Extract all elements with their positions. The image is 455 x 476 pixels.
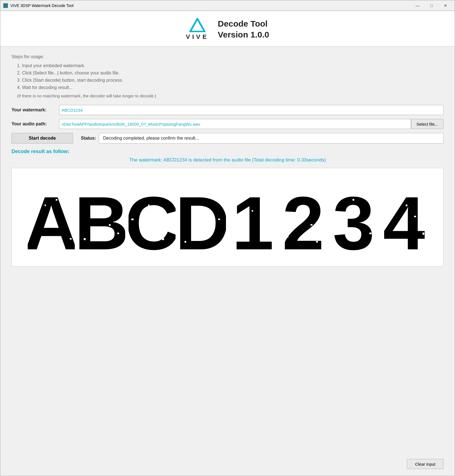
action-row: Start decode Status: Decoding completed,… bbox=[11, 133, 444, 144]
watermark-display: A B C bbox=[11, 168, 444, 266]
svg-rect-10 bbox=[82, 191, 84, 192]
app-title-line1: Decode Tool bbox=[218, 18, 269, 29]
svg-rect-16 bbox=[117, 233, 119, 234]
svg-rect-60 bbox=[383, 221, 385, 223]
minimize-button[interactable]: — bbox=[411, 2, 424, 9]
steps-section: Steps for usage: 1. Input your embeded w… bbox=[11, 54, 444, 98]
audio-path-input[interactable] bbox=[59, 119, 411, 129]
svg-rect-20 bbox=[131, 219, 134, 220]
titlebar-controls: — □ ✕ bbox=[411, 2, 452, 9]
svg-rect-30 bbox=[185, 241, 186, 243]
titlebar-title: VIVE 3DSP Watermark Decode Tool bbox=[10, 3, 411, 8]
svg-rect-50 bbox=[334, 191, 336, 193]
svg-rect-65 bbox=[424, 185, 425, 187]
svg-rect-21 bbox=[148, 205, 150, 206]
svg-rect-64 bbox=[406, 205, 407, 206]
svg-rect-5 bbox=[45, 205, 46, 206]
svg-rect-46 bbox=[287, 235, 288, 238]
svg-rect-61 bbox=[414, 216, 416, 217]
svg-rect-37 bbox=[246, 227, 248, 229]
vive-triangle-icon bbox=[189, 18, 206, 32]
close-button[interactable]: ✕ bbox=[439, 2, 452, 9]
svg-rect-42 bbox=[283, 193, 284, 195]
app-icon bbox=[3, 3, 8, 8]
vive-wordmark: VIVE bbox=[186, 33, 209, 41]
svg-rect-2 bbox=[31, 182, 33, 184]
svg-rect-59 bbox=[420, 193, 421, 195]
svg-rect-58 bbox=[386, 188, 388, 190]
svg-rect-32 bbox=[207, 233, 209, 234]
svg-rect-24 bbox=[157, 227, 158, 228]
svg-rect-35 bbox=[257, 185, 259, 187]
svg-rect-7 bbox=[29, 233, 31, 235]
svg-rect-26 bbox=[183, 188, 185, 189]
start-decode-button[interactable]: Start decode bbox=[11, 133, 73, 144]
svg-rect-39 bbox=[235, 244, 236, 245]
step-1: 1. Input your embeded watermark. bbox=[11, 62, 444, 69]
watermark-label: Your watermark: bbox=[11, 107, 59, 112]
char-B: B bbox=[78, 177, 125, 258]
titlebar: VIVE 3DSP Watermark Decode Tool — □ ✕ bbox=[0, 0, 455, 11]
svg-text:2: 2 bbox=[282, 181, 324, 258]
clear-input-button[interactable]: Clear input bbox=[407, 459, 444, 469]
step-2: 2. Click |Select file...| button, choose… bbox=[11, 69, 444, 77]
svg-rect-22 bbox=[162, 238, 164, 240]
svg-marker-0 bbox=[190, 19, 205, 32]
char-3: 3 bbox=[330, 177, 377, 258]
char-D: D bbox=[179, 177, 226, 258]
svg-rect-6 bbox=[56, 199, 57, 201]
svg-text:C: C bbox=[129, 181, 176, 258]
svg-rect-29 bbox=[201, 213, 203, 214]
app-title-line2: Version 1.0.0 bbox=[218, 29, 269, 40]
svg-rect-23 bbox=[140, 249, 141, 251]
svg-rect-18 bbox=[134, 185, 136, 187]
char-A: A bbox=[28, 177, 75, 258]
watermark-row: Your watermark: bbox=[11, 105, 444, 115]
svg-text:B: B bbox=[78, 181, 125, 258]
watermark-input[interactable] bbox=[59, 105, 444, 115]
app-title: Decode Tool Version 1.0.0 bbox=[218, 18, 269, 40]
svg-rect-4 bbox=[67, 185, 69, 187]
vive-logo: VIVE bbox=[186, 18, 209, 41]
char-C: C bbox=[129, 177, 176, 258]
svg-rect-31 bbox=[196, 182, 197, 184]
svg-rect-15 bbox=[92, 179, 94, 181]
status-label: Status: bbox=[81, 136, 96, 141]
svg-text:3: 3 bbox=[332, 181, 374, 258]
svg-rect-54 bbox=[369, 233, 372, 234]
svg-rect-44 bbox=[299, 207, 301, 209]
step-3: 3. Click |Start decode| button, start de… bbox=[11, 77, 444, 84]
svg-rect-47 bbox=[294, 252, 295, 254]
svg-rect-55 bbox=[339, 247, 340, 248]
svg-rect-48 bbox=[316, 241, 318, 243]
svg-rect-40 bbox=[266, 221, 267, 223]
status-value: Decoding completed, please confirm the r… bbox=[99, 133, 444, 144]
svg-rect-28 bbox=[218, 219, 220, 220]
svg-rect-13 bbox=[109, 224, 111, 226]
svg-rect-14 bbox=[84, 238, 86, 240]
audio-label: Your audio path: bbox=[11, 121, 59, 126]
steps-heading: Steps for usage: bbox=[11, 54, 444, 59]
step-4: 4. Wait for decoding result... bbox=[11, 84, 444, 91]
select-file-button[interactable]: Select file... bbox=[411, 119, 444, 129]
svg-rect-34 bbox=[238, 191, 239, 192]
svg-rect-12 bbox=[101, 216, 102, 217]
svg-text:4: 4 bbox=[383, 181, 425, 258]
svg-rect-36 bbox=[252, 210, 253, 212]
svg-rect-45 bbox=[311, 224, 312, 226]
svg-rect-53 bbox=[358, 210, 360, 212]
char-2: 2 bbox=[280, 177, 327, 258]
maximize-button[interactable]: □ bbox=[425, 2, 438, 9]
char-1: 1 bbox=[229, 177, 276, 258]
svg-rect-43 bbox=[319, 188, 321, 189]
content-area: Steps for usage: 1. Input your embeded w… bbox=[0, 46, 455, 454]
svg-rect-51 bbox=[367, 185, 368, 187]
bottom-bar: Clear input bbox=[0, 454, 455, 476]
svg-rect-62 bbox=[423, 233, 424, 235]
svg-rect-38 bbox=[260, 233, 262, 235]
audio-path-row: Your audio path: Select file... bbox=[11, 119, 444, 129]
result-detail: The watermark: ABCD1234 is detected from… bbox=[11, 157, 444, 163]
svg-rect-63 bbox=[393, 252, 395, 254]
result-heading: Decode result as follow: bbox=[11, 149, 444, 154]
svg-text:A: A bbox=[28, 181, 75, 258]
